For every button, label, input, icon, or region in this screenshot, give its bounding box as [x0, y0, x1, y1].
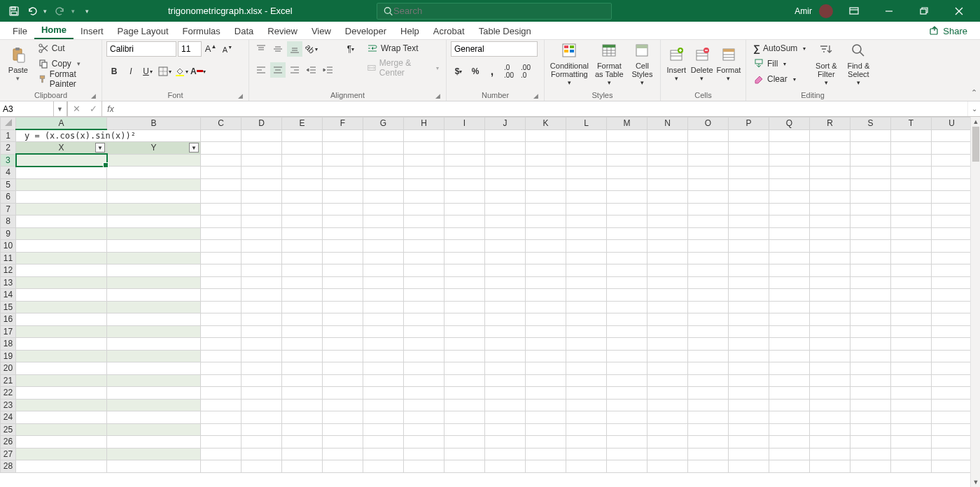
cell-T7[interactable]: [891, 203, 932, 216]
cell-S7[interactable]: [850, 203, 891, 216]
row-header-23[interactable]: 23: [1, 399, 16, 411]
cell-N5[interactable]: [648, 178, 688, 191]
cell-E11[interactable]: [282, 252, 323, 264]
cell-R23[interactable]: [810, 399, 850, 411]
cell-Q1[interactable]: [769, 129, 810, 142]
cell-B5[interactable]: [107, 178, 201, 191]
cell-A26[interactable]: [16, 436, 107, 449]
cell-F12[interactable]: [323, 264, 363, 277]
clear-button[interactable]: Clear▾: [750, 72, 808, 86]
cell-L20[interactable]: [566, 362, 607, 375]
cell-F23[interactable]: [323, 399, 363, 411]
cell-D12[interactable]: [241, 264, 282, 277]
cell-C1[interactable]: [201, 129, 241, 142]
cell-U25[interactable]: [932, 423, 972, 436]
row-header-26[interactable]: 26: [1, 436, 16, 449]
increase-font-button[interactable]: A▲: [203, 41, 218, 57]
cell-M28[interactable]: [607, 460, 648, 473]
select-all-corner[interactable]: [1, 118, 16, 130]
cell-D23[interactable]: [241, 399, 282, 411]
comma-format-button[interactable]: ,: [484, 64, 500, 79]
borders-button[interactable]: ▾: [157, 64, 172, 79]
spreadsheet-grid[interactable]: ABCDEFGHIJKLMNOPQRSTU1y = (x.cos(x).sin(…: [0, 117, 980, 487]
cell-C24[interactable]: [201, 411, 241, 424]
cell-J23[interactable]: [485, 399, 526, 411]
cell-K14[interactable]: [526, 289, 566, 302]
cell-I1[interactable]: [444, 129, 485, 142]
cell-K23[interactable]: [526, 399, 566, 411]
text-direction-button[interactable]: ¶▾: [343, 41, 358, 57]
cell-Q11[interactable]: [769, 252, 810, 264]
cell-R5[interactable]: [810, 178, 850, 191]
cell-R13[interactable]: [810, 276, 850, 289]
cell-C17[interactable]: [201, 325, 241, 338]
cell-P22[interactable]: [729, 387, 769, 400]
cell-G13[interactable]: [363, 276, 404, 289]
cell-L23[interactable]: [566, 399, 607, 411]
cell-Q2[interactable]: [769, 142, 810, 155]
col-header-E[interactable]: E: [282, 118, 323, 130]
cell-O5[interactable]: [688, 178, 729, 191]
cell-Q25[interactable]: [769, 423, 810, 436]
cell-R10[interactable]: [810, 240, 850, 253]
cell-A1[interactable]: y = (x.cos(x).sin(x))²: [16, 129, 201, 142]
cell-J5[interactable]: [485, 178, 526, 191]
cell-P5[interactable]: [729, 178, 769, 191]
cell-F22[interactable]: [323, 387, 363, 400]
cell-O22[interactable]: [688, 387, 729, 400]
cell-U9[interactable]: [932, 227, 972, 240]
cell-M16[interactable]: [607, 313, 648, 326]
formula-input[interactable]: [119, 101, 967, 116]
cell-G10[interactable]: [363, 240, 404, 253]
underline-button[interactable]: U▾: [140, 64, 155, 79]
cell-O11[interactable]: [688, 252, 729, 264]
cell-N14[interactable]: [648, 289, 688, 302]
cell-L16[interactable]: [566, 313, 607, 326]
cell-G8[interactable]: [363, 216, 404, 228]
row-header-3[interactable]: 3: [1, 154, 16, 167]
row-header-1[interactable]: 1: [1, 129, 16, 142]
row-header-15[interactable]: 15: [1, 301, 16, 313]
cell-A20[interactable]: [16, 362, 107, 375]
cell-G5[interactable]: [363, 178, 404, 191]
increase-decimal-button[interactable]: .0.00: [501, 64, 517, 79]
cell-B4[interactable]: [107, 167, 201, 179]
cell-C9[interactable]: [201, 227, 241, 240]
cell-E24[interactable]: [282, 411, 323, 424]
cell-E28[interactable]: [282, 460, 323, 473]
cell-H24[interactable]: [404, 411, 444, 424]
cell-A3[interactable]: [16, 154, 107, 167]
cell-H23[interactable]: [404, 399, 444, 411]
cell-I8[interactable]: [444, 216, 485, 228]
cell-O14[interactable]: [688, 289, 729, 302]
cell-C23[interactable]: [201, 399, 241, 411]
cell-E8[interactable]: [282, 216, 323, 228]
cell-D7[interactable]: [241, 203, 282, 216]
cell-K4[interactable]: [526, 167, 566, 179]
cell-N22[interactable]: [648, 387, 688, 400]
clipboard-launcher[interactable]: ◢: [91, 92, 96, 99]
paste-button[interactable]: Paste ▾: [4, 41, 32, 87]
tab-page-layout[interactable]: Page Layout: [111, 23, 176, 39]
cell-J21[interactable]: [485, 374, 526, 387]
cell-N4[interactable]: [648, 167, 688, 179]
undo-button[interactable]: [25, 3, 39, 19]
col-header-J[interactable]: J: [485, 118, 526, 130]
tab-formulas[interactable]: Formulas: [176, 23, 227, 39]
cell-N17[interactable]: [648, 325, 688, 338]
cell-E19[interactable]: [282, 350, 323, 362]
cell-L19[interactable]: [566, 350, 607, 362]
cell-F21[interactable]: [323, 374, 363, 387]
cell-R4[interactable]: [810, 167, 850, 179]
cell-M23[interactable]: [607, 399, 648, 411]
cell-T5[interactable]: [891, 178, 932, 191]
cell-A4[interactable]: [16, 167, 107, 179]
delete-cells-button[interactable]: Delete▾: [690, 41, 713, 87]
cell-L21[interactable]: [566, 374, 607, 387]
row-header-6[interactable]: 6: [1, 191, 16, 204]
col-header-K[interactable]: K: [526, 118, 566, 130]
cell-A11[interactable]: [16, 252, 107, 264]
cell-R15[interactable]: [810, 301, 850, 313]
cell-T11[interactable]: [891, 252, 932, 264]
cell-N6[interactable]: [648, 191, 688, 204]
